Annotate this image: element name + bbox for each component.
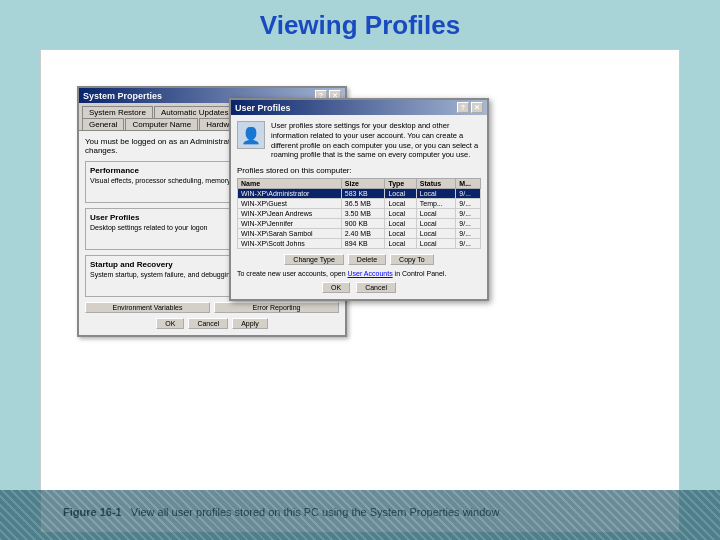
table-row[interactable]: WIN-XP\Jean Andrews3.50 MBLocalLocal9/..… — [238, 209, 481, 219]
table-header-row: Name Size Type Status M... — [238, 179, 481, 189]
user-profiles-dialog: User Profiles ? ✕ 👤 User profiles store … — [229, 98, 489, 301]
footer-text-pre: To create new user accounts, open — [237, 270, 348, 277]
profiles-table: Name Size Type Status M... WIN-XP\Admini… — [237, 178, 481, 249]
user-profiles-titlebar: User Profiles ? ✕ — [231, 100, 487, 115]
user-icon: 👤 — [237, 121, 265, 149]
col-m: M... — [456, 179, 481, 189]
dialog-top: 👤 User profiles store settings for your … — [237, 121, 481, 160]
page-title: Viewing Profiles — [0, 0, 720, 49]
tab-system-restore[interactable]: System Restore — [82, 106, 153, 118]
tab-automatic-updates[interactable]: Automatic Updates — [154, 106, 236, 118]
environment-variables-button[interactable]: Environment Variables — [85, 302, 210, 313]
table-row[interactable]: WIN-XP\Administrator583 KBLocalLocal9/..… — [238, 189, 481, 199]
tab-general[interactable]: General — [82, 118, 124, 130]
table-row[interactable]: WIN-XP\Jennifer900 KBLocalLocal9/... — [238, 219, 481, 229]
sys-cancel-button[interactable]: Cancel — [188, 318, 228, 329]
table-row[interactable]: WIN-XP\Guest36.5 MBLocalTemp...9/... — [238, 199, 481, 209]
dialog-description: User profiles store settings for your de… — [271, 121, 481, 160]
dialog-content: 👤 User profiles store settings for your … — [231, 115, 487, 299]
dialog-action-buttons: Change Type Delete Copy To — [237, 254, 481, 265]
sys-props-title: System Properties — [83, 91, 162, 101]
table-row[interactable]: WIN-XP\Sarah Sambol2.40 MBLocalLocal9/..… — [238, 229, 481, 239]
tab-computer-name[interactable]: Computer Name — [125, 118, 198, 130]
copy-to-button[interactable]: Copy To — [390, 254, 434, 265]
change-type-button[interactable]: Change Type — [284, 254, 344, 265]
col-type: Type — [385, 179, 416, 189]
error-reporting-button[interactable]: Error Reporting — [214, 302, 339, 313]
delete-button[interactable]: Delete — [348, 254, 386, 265]
footer-text-post: in Control Panel. — [393, 270, 447, 277]
dialog-cancel-button[interactable]: Cancel — [356, 282, 396, 293]
table-row[interactable]: WIN-XP\Scott Johns894 KBLocalLocal9/... — [238, 239, 481, 249]
dialog-close-button[interactable]: ✕ — [471, 102, 483, 113]
col-size: Size — [341, 179, 385, 189]
sys-ok-cancel-row: OK Cancel Apply — [85, 318, 339, 329]
dialog-ok-cancel-row: OK Cancel — [237, 282, 481, 293]
user-accounts-link[interactable]: User Accounts — [348, 270, 393, 277]
bottom-btn-row: Environment Variables Error Reporting — [85, 302, 339, 313]
profiles-stored-label: Profiles stored on this computer: — [237, 166, 481, 175]
content-area: System Properties ? ✕ System Restore Aut… — [40, 49, 680, 533]
user-profiles-title: User Profiles — [235, 103, 291, 113]
col-status: Status — [416, 179, 456, 189]
col-name: Name — [238, 179, 342, 189]
dialog-help-button[interactable]: ? — [457, 102, 469, 113]
dialog-footer-text: To create new user accounts, open User A… — [237, 270, 481, 277]
sys-ok-button[interactable]: OK — [156, 318, 184, 329]
content-wrapper: System Properties ? ✕ System Restore Aut… — [59, 68, 661, 498]
bottom-decorative-bar — [0, 490, 720, 540]
dialog-ok-button[interactable]: OK — [322, 282, 350, 293]
sys-apply-button[interactable]: Apply — [232, 318, 268, 329]
dialog-window-controls: ? ✕ — [457, 102, 483, 113]
